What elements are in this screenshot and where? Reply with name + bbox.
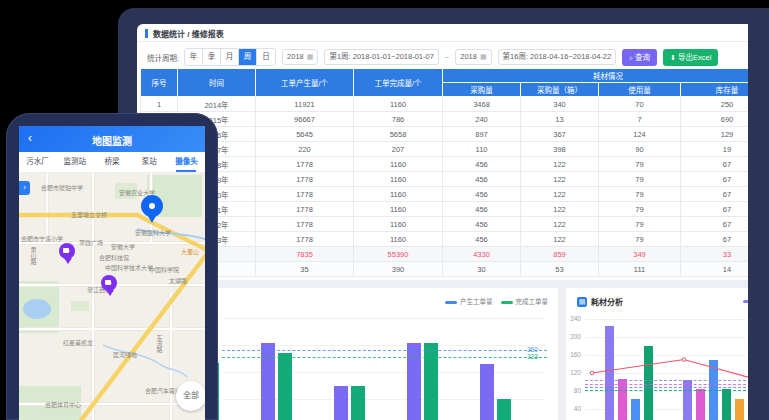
search-icon: ⌕	[629, 54, 633, 61]
start-week-value: 第1周: 2018-01-01~2018-01-07	[329, 52, 433, 61]
tab-pump-station[interactable]: 泵站	[131, 152, 168, 172]
map-poi-label: 匡河绿地	[113, 350, 137, 359]
table-cell: 690	[681, 112, 749, 127]
app-header: ‹ 地图监测	[19, 126, 205, 152]
start-year-select[interactable]: 2018▦	[282, 49, 318, 65]
col-time: 时间	[178, 69, 256, 97]
export-excel-button[interactable]: ⬇导出Excel	[663, 49, 718, 66]
table-cell: 340	[521, 97, 599, 112]
bar-completed[interactable]	[351, 386, 365, 420]
table-cell: 4330	[443, 247, 521, 262]
table-cell: 1778	[256, 157, 354, 172]
period-segmented-control: 年 季 月 周 日	[184, 48, 276, 66]
table-cell: 1778	[256, 217, 354, 232]
chevron-right-icon: ›	[23, 183, 26, 192]
breadcrumb: 数据统计 / 维修报表	[153, 28, 224, 39]
tab-bridge[interactable]: 桥梁	[93, 152, 130, 172]
start-week-select[interactable]: 第1周: 2018-01-01~2018-01-07	[324, 49, 438, 65]
bar-completed[interactable]	[497, 399, 511, 420]
table-cell: 67	[681, 187, 749, 202]
table-cell: 122	[521, 202, 599, 217]
map-poi-label: 五里墩立交桥	[71, 210, 107, 219]
table-cell: 122	[521, 232, 599, 247]
period-year[interactable]: 年	[185, 49, 203, 65]
table-cell: 122	[521, 157, 599, 172]
table-cell: 5658	[354, 127, 443, 142]
map-view[interactable]: 合肥市琥珀中学安徽农业大学五里墩立交桥安徽医科大学合肥市宁溪小学翠微广场安徽大学…	[19, 173, 205, 420]
table-cell: 67	[681, 232, 749, 247]
table-cell: 53	[521, 262, 599, 277]
table-cell: 33	[681, 247, 749, 262]
table-cell: 79	[599, 232, 681, 247]
camera-marker[interactable]	[59, 243, 75, 259]
table-cell: 11921	[256, 97, 354, 112]
legend-swatch	[445, 301, 457, 304]
query-button[interactable]: ⌕查询	[622, 49, 657, 66]
table-cell: 111	[599, 262, 681, 277]
table-cell: 70	[599, 97, 681, 112]
table-cell: 122	[521, 187, 599, 202]
period-week[interactable]: 周	[239, 49, 257, 65]
charts-band: 产生工单量 完成工单量 360323 ▤ 耗材分析 24020016012080…	[137, 280, 748, 420]
bar-created[interactable]	[334, 386, 348, 420]
end-week-value: 第16周: 2018-04-16~2018-04-22	[503, 52, 612, 61]
period-month[interactable]: 月	[221, 49, 239, 65]
breadcrumb-bar: 数据统计 / 维修报表	[137, 24, 748, 42]
map-expand-button[interactable]: ›	[19, 181, 30, 195]
reference-label: 360	[527, 346, 538, 353]
map-poi-label: 红星美凯龙	[63, 338, 93, 347]
tab-monitor-station[interactable]: 监测站	[56, 152, 93, 172]
table-cell: 79	[599, 187, 681, 202]
table-cell: 2014年	[178, 97, 256, 112]
map-poi-label: 中国科学院	[149, 265, 179, 274]
camera-marker[interactable]	[101, 275, 117, 291]
period-day[interactable]: 日	[257, 49, 275, 65]
table-cell: 220	[256, 142, 354, 157]
reference-label: 323	[527, 353, 538, 360]
table-cell: 96667	[256, 112, 354, 127]
trend-line	[566, 288, 748, 420]
map-poi-label: 黄山路	[29, 247, 38, 265]
table-cell: 7	[599, 112, 681, 127]
legend-item-completed[interactable]: 完成工单量	[501, 296, 549, 306]
table-cell: 240	[443, 112, 521, 127]
table-cell: 1778	[256, 232, 354, 247]
map-all-button[interactable]: 全部	[176, 381, 205, 411]
col-sub-1: 采购量	[443, 83, 521, 97]
filter-toolbar: 统计周期: 年 季 月 周 日 2018▦ 第1周: 2018-01-01~20…	[147, 46, 747, 68]
table-cell: 1160	[354, 172, 443, 187]
table-cell: 122	[521, 172, 599, 187]
bar-created[interactable]	[261, 343, 275, 420]
tab-camera[interactable]: 摄像头	[168, 152, 205, 172]
col-completed: 工单完成量/个	[354, 69, 443, 97]
table-cell: 13	[521, 112, 599, 127]
table-cell: 1778	[256, 172, 354, 187]
bar-created[interactable]	[407, 343, 421, 420]
col-sub-3: 使用量	[599, 83, 681, 97]
map-poi-label: 安徽大学	[111, 242, 135, 251]
legend-item-created[interactable]: 产生工单量	[445, 296, 493, 306]
period-quarter[interactable]: 季	[203, 49, 221, 65]
consumable-chart-card: ▤ 耗材分析 2402001601208040	[566, 288, 748, 420]
table-cell: 1160	[354, 187, 443, 202]
camera-icon	[105, 280, 111, 285]
bar-created[interactable]	[480, 364, 494, 420]
table-cell: 367	[521, 127, 599, 142]
table-cell: 390	[354, 262, 443, 277]
end-week-select[interactable]: 第16周: 2018-04-16~2018-04-22	[498, 49, 617, 65]
map-poi-label: 翠微广场	[79, 238, 103, 247]
tab-sewage-plant[interactable]: 污水厂	[19, 152, 56, 172]
reference-line	[222, 350, 547, 351]
table-cell: 207	[354, 142, 443, 157]
table-cell: 859	[521, 247, 599, 262]
end-year-select[interactable]: 2018▦	[455, 49, 491, 65]
camera-icon	[63, 248, 69, 253]
table-cell: 79	[599, 172, 681, 187]
map-poi-label: 合肥体育中心	[45, 400, 81, 409]
bar-completed[interactable]	[424, 343, 438, 420]
bar-completed[interactable]	[278, 353, 292, 420]
query-button-label: 查询	[635, 53, 650, 62]
map-base	[19, 173, 205, 420]
table-cell: 55390	[354, 247, 443, 262]
breadcrumb-accent	[145, 29, 148, 38]
